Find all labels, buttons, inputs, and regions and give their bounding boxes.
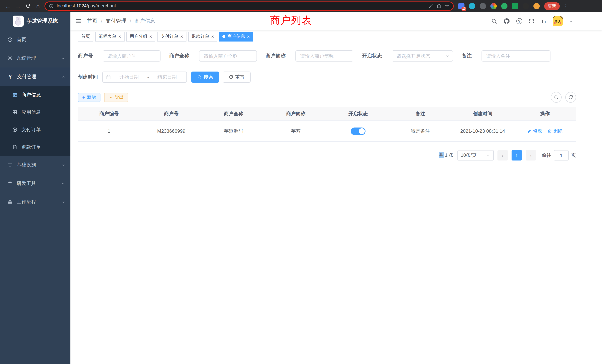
sidebar-toggle-button[interactable] xyxy=(76,18,82,24)
close-icon[interactable]: × xyxy=(180,34,183,39)
rabbit-logo-icon xyxy=(13,16,23,26)
merchant-short-input[interactable] xyxy=(295,50,353,62)
breadcrumb-home[interactable]: 首页 xyxy=(87,18,97,24)
export-button[interactable]: 导出 xyxy=(104,93,128,102)
column-header: 商户编号 xyxy=(78,110,140,117)
browser-menu-button[interactable]: ⋮ xyxy=(563,3,569,9)
sidebar-item-merchant-info[interactable]: 商户信息 xyxy=(0,86,70,103)
add-button[interactable]: + 新增 xyxy=(78,93,100,102)
browser-forward-button[interactable]: → xyxy=(13,1,23,11)
edit-link[interactable]: 修改 xyxy=(527,128,542,134)
merchant-name-input[interactable] xyxy=(199,50,257,62)
browser-update-button[interactable]: 更新 xyxy=(544,2,560,10)
compass-icon xyxy=(12,127,17,132)
close-icon[interactable]: × xyxy=(247,34,250,39)
create-time-range-picker[interactable]: 开始日期 - 结束日期 xyxy=(102,72,187,83)
close-icon[interactable]: × xyxy=(149,34,152,39)
sidebar-item-label: 应用信息 xyxy=(22,109,41,116)
app-logo-area[interactable]: 芋道管理系统 xyxy=(0,12,70,30)
toolbox-icon xyxy=(7,181,13,186)
sidebar-item-label: 首页 xyxy=(17,36,65,43)
sidebar-item-home[interactable]: 首页 xyxy=(0,30,70,49)
user-avatar[interactable] xyxy=(553,16,563,26)
browser-back-button[interactable]: ← xyxy=(3,1,13,11)
github-icon[interactable] xyxy=(503,18,510,24)
extension-icon-1[interactable]: 10 xyxy=(458,3,464,9)
remark-input[interactable] xyxy=(481,50,550,62)
status-toggle[interactable] xyxy=(351,127,366,135)
toggle-search-button[interactable] xyxy=(551,92,562,103)
sidebar-item-infrastructure[interactable]: 基础设施 xyxy=(0,156,70,174)
status-select-input[interactable] xyxy=(392,50,453,62)
tab-user-group[interactable]: 用户分组× xyxy=(126,32,155,41)
delete-link[interactable]: 删除 xyxy=(548,128,563,134)
help-icon[interactable]: ? xyxy=(516,18,522,24)
refresh-icon xyxy=(25,3,31,9)
avatar-caret-down-icon[interactable] xyxy=(569,19,573,23)
tab-merchant-info[interactable]: 商户信息× xyxy=(219,32,253,41)
sidebar-item-workflow[interactable]: 工作流程 xyxy=(0,193,70,211)
page-number-button[interactable]: 1 xyxy=(512,150,522,161)
tab-refund-order[interactable]: 退款订单× xyxy=(188,32,217,41)
pagination-total-highlight: 共 xyxy=(439,152,443,158)
sidebar-item-dev-tools[interactable]: 研发工具 xyxy=(0,174,70,193)
header-search-icon[interactable] xyxy=(491,18,497,24)
merchant-no-input[interactable] xyxy=(103,50,160,62)
next-page-button[interactable]: › xyxy=(526,150,536,161)
toolbar-right xyxy=(551,92,576,103)
gear-icon xyxy=(7,56,13,61)
navbar-actions: ? TT xyxy=(491,16,573,26)
refresh-icon xyxy=(229,75,233,79)
extension-icon-5[interactable] xyxy=(501,3,507,9)
password-key-icon[interactable] xyxy=(428,3,433,9)
sidebar-item-payment[interactable]: ¥ 支付管理 xyxy=(0,67,70,86)
share-icon[interactable] xyxy=(437,3,442,9)
status-select[interactable] xyxy=(392,50,453,62)
tab-pay-order[interactable]: 支付订单× xyxy=(157,32,186,41)
chevron-down-icon xyxy=(61,56,65,60)
app-frame: 芋道管理系统 首页 系统管理 ¥ 支付管理 xyxy=(0,12,602,364)
font-size-icon[interactable]: TT xyxy=(541,18,546,24)
app-title: 芋道管理系统 xyxy=(27,18,58,24)
filter-remark: 备注 xyxy=(462,50,550,62)
sidebar-item-system[interactable]: 系统管理 xyxy=(0,49,70,67)
url-bar[interactable]: localhost:1024/pay/merchant ☆ xyxy=(44,1,454,11)
reset-button[interactable]: 重置 xyxy=(223,72,251,83)
sidebar-item-label: 支付管理 xyxy=(17,73,57,80)
extension-icon-7[interactable] xyxy=(523,3,529,9)
page-size-select[interactable]: 10条/页 xyxy=(457,150,494,161)
column-header: 操作 xyxy=(514,110,576,117)
breadcrumb-payment[interactable]: 支付管理 xyxy=(106,18,126,24)
sidebar-item-label: 系统管理 xyxy=(17,55,57,62)
refresh-table-button[interactable] xyxy=(565,92,576,103)
bookmark-star-icon[interactable]: ☆ xyxy=(445,3,449,9)
sidebar-item-label: 研发工具 xyxy=(17,180,57,187)
extension-icon-3[interactable] xyxy=(480,3,486,9)
prev-page-button[interactable]: ‹ xyxy=(497,150,508,161)
profile-avatar-icon[interactable] xyxy=(533,3,540,9)
search-button[interactable]: 搜索 xyxy=(191,72,219,83)
chevron-down-icon xyxy=(486,153,490,157)
sidebar-item-app-info[interactable]: 应用信息 xyxy=(0,103,70,121)
tab-process-form[interactable]: 流程表单× xyxy=(95,32,124,41)
cell-merchant-id: 1 xyxy=(78,128,140,134)
refresh-icon xyxy=(568,95,573,100)
close-icon[interactable]: × xyxy=(211,34,214,39)
fullscreen-icon[interactable] xyxy=(528,18,534,24)
sidebar-item-pay-order[interactable]: 支付订单 xyxy=(0,121,70,138)
close-icon[interactable]: × xyxy=(118,34,121,39)
extension-icon-2[interactable] xyxy=(469,3,475,9)
site-info-icon[interactable] xyxy=(49,3,54,8)
browser-home-button[interactable]: ⌂ xyxy=(33,1,43,11)
goto-page-input[interactable] xyxy=(554,150,569,161)
extension-icon-6[interactable] xyxy=(512,3,518,9)
table-toolbar: + 新增 导出 xyxy=(78,92,576,103)
tab-home[interactable]: 首页 xyxy=(78,32,93,41)
sidebar-item-refund-order[interactable]: 退款订单 xyxy=(0,138,70,156)
url-host: localhost:1024 xyxy=(57,3,86,9)
extension-icon-4[interactable] xyxy=(490,3,497,9)
column-header: 开启状态 xyxy=(327,110,389,117)
browser-refresh-button[interactable] xyxy=(23,1,33,11)
extension-badge: 10 xyxy=(462,7,466,11)
filter-label: 商户号 xyxy=(78,53,93,59)
